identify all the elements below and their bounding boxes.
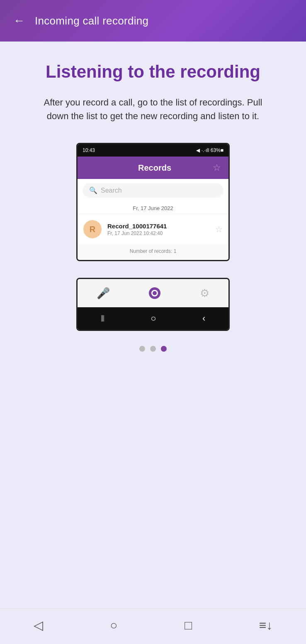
records-mockup: 10:43 ◀ ·.·ıll 63%■ Records ☆ 🔍 Search F…: [76, 143, 230, 261]
dot-1[interactable]: [139, 346, 145, 352]
back-button[interactable]: ←: [13, 14, 25, 27]
main-content: Listening to the recording After you rec…: [0, 42, 306, 608]
app-nav-home[interactable]: ○: [110, 618, 117, 632]
mic-icon[interactable]: 🎤: [97, 287, 110, 300]
bottom-mockup: 🎤 ⚙ ⦀ ○ ‹: [76, 278, 230, 331]
record-name: Record_1000177641: [107, 223, 209, 230]
svg-point-2: [153, 291, 157, 295]
nav-back-button[interactable]: ‹: [202, 313, 205, 324]
records-topbar: Records ☆: [78, 157, 228, 179]
phone-nav-bar: ⦀ ○ ‹: [78, 307, 228, 330]
app-header: ← Incoming call recording: [0, 0, 306, 42]
dot-3[interactable]: [161, 346, 167, 352]
nav-home-button[interactable]: ○: [151, 313, 156, 324]
record-icon[interactable]: [148, 286, 161, 300]
header-title: Incoming call recording: [35, 15, 148, 27]
search-placeholder: Search: [101, 187, 122, 194]
settings-icon[interactable]: ⚙: [200, 287, 209, 300]
records-count: Number of records: 1: [78, 244, 228, 260]
app-nav-back[interactable]: ◁: [34, 618, 43, 632]
record-favorite-icon[interactable]: ☆: [215, 224, 223, 234]
page-description: After you record a call, go to the list …: [33, 95, 273, 123]
favorite-icon[interactable]: ☆: [213, 162, 221, 173]
search-bar[interactable]: 🔍 Search: [83, 183, 223, 198]
app-bottom-nav: ◁ ○ □ ≡↓: [0, 608, 306, 644]
pagination-dots: [139, 346, 167, 352]
page-title: Listening to the recording: [46, 61, 260, 82]
record-item[interactable]: R Record_1000177641 Fr, 17 Jun 2022 10:4…: [78, 214, 228, 244]
record-info: Record_1000177641 Fr, 17 Jun 2022 10:42:…: [107, 223, 209, 236]
nav-recents-button[interactable]: ⦀: [101, 313, 104, 324]
bottom-icons-row: 🎤 ⚙: [78, 279, 228, 307]
statusbar-icons: ◀ ·.·ıll 63%■: [196, 147, 223, 153]
app-nav-menu[interactable]: ≡↓: [259, 618, 273, 632]
status-bar: 10:43 ◀ ·.·ıll 63%■: [78, 144, 228, 157]
record-avatar: R: [83, 220, 102, 238]
statusbar-time: 10:43: [83, 147, 95, 153]
dot-2[interactable]: [150, 346, 156, 352]
app-nav-recent[interactable]: □: [185, 618, 192, 632]
record-date: Fr, 17 Jun 2022 10:42:40: [107, 230, 209, 236]
records-title: Records: [97, 163, 213, 173]
search-icon: 🔍: [89, 186, 97, 194]
date-header: Fr, 17 June 2022: [78, 202, 228, 214]
